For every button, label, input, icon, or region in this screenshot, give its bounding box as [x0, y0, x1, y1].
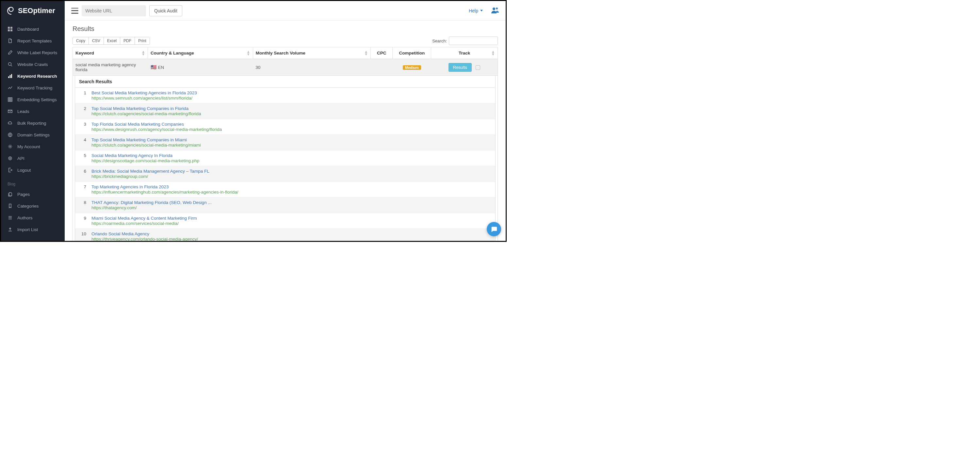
result-rank: 2 [80, 106, 86, 111]
edit-icon [8, 50, 13, 55]
result-title[interactable]: Brick Media: Social Media Management Age… [91, 169, 491, 174]
sidebar-item-my-account[interactable]: My Account [1, 141, 65, 152]
sidebar-item-label: My Account [18, 144, 40, 149]
result-title[interactable]: Miami Social Media Agency & Content Mark… [91, 216, 491, 221]
result-rank: 4 [80, 137, 86, 142]
track-checkbox[interactable] [476, 65, 480, 70]
sidebar-item-api[interactable]: API [1, 152, 65, 164]
export-print-button[interactable]: Print [135, 37, 150, 44]
col-msv[interactable]: Monthly Search Volume▲▼ [253, 47, 371, 59]
sidebar-item-keyword-research[interactable]: Keyword Research [1, 70, 65, 82]
col-track[interactable]: Track▲▼ [431, 47, 498, 59]
sidebar-item-leads[interactable]: Leads [1, 105, 65, 117]
result-title[interactable]: Orlando Social Media Agency [91, 232, 491, 236]
cell-lang: 🇺🇸EN [148, 59, 253, 76]
result-url[interactable]: https://www.semrush.com/agencies/list/sm… [91, 95, 491, 100]
sidebar-section-blog: Blog [1, 176, 65, 188]
search-results-title: Search Results [75, 76, 495, 88]
upload-icon [8, 227, 13, 232]
sidebar-item-label: Categories [18, 204, 38, 208]
flag-us-icon: 🇺🇸 [151, 64, 157, 70]
col-country-lang[interactable]: Country & Language▲▼ [148, 47, 253, 59]
export-excel-button[interactable]: Excel [104, 37, 120, 44]
export-buttons: CopyCSVExcelPDFPrint [73, 37, 150, 45]
sidebar-item-dashboard[interactable]: Dashboard [1, 23, 65, 35]
search-result-item: 10Orlando Social Media Agencyhttps://thr… [75, 229, 495, 241]
sidebar-item-logout[interactable]: Logout [1, 164, 65, 176]
result-url[interactable]: https://designscottage.com/social-media-… [91, 158, 491, 163]
search-input[interactable] [449, 37, 498, 45]
search-result-item: 8THAT Agency: Digital Marketing Florida … [75, 197, 495, 213]
sidebar-item-website-crawls[interactable]: Website Crawls [1, 59, 65, 70]
logo[interactable]: SEOptimer [1, 1, 65, 21]
menu-toggle-icon[interactable] [71, 8, 78, 14]
result-url[interactable]: https://roarmedia.com/services/social-me… [91, 221, 491, 226]
lines-icon [8, 215, 13, 220]
result-title[interactable]: Top Florida Social Media Marketing Compa… [91, 122, 491, 127]
sidebar-item-keyword-tracking[interactable]: Keyword Tracking [1, 82, 65, 94]
result-title[interactable]: Social Media Marketing Agency In Florida [91, 153, 491, 158]
sidebar: SEOptimer DashboardReport TemplatesWhite… [1, 1, 65, 241]
col-cpc[interactable]: CPC [371, 47, 393, 59]
sidebar-item-embedding-settings[interactable]: Embedding Settings [1, 94, 65, 105]
sidebar-item-label: Leads [18, 109, 29, 114]
col-competition[interactable]: Competition [393, 47, 431, 59]
result-url[interactable]: https://thatagency.com/ [91, 205, 491, 210]
results-table: Keyword▲▼ Country & Language▲▼ Monthly S… [73, 47, 498, 241]
sidebar-item-import-list[interactable]: Import List [1, 224, 65, 235]
result-rank: 7 [80, 184, 86, 189]
url-input[interactable] [82, 5, 146, 16]
sidebar-item-label: Keyword Tracking [18, 86, 52, 91]
sidebar-item-categories[interactable]: Categories [1, 200, 65, 212]
svg-point-14 [493, 8, 495, 10]
sidebar-item-label: Import List [18, 227, 38, 232]
cell-msv: 30 [253, 59, 371, 76]
result-url[interactable]: https://clutch.co/agencies/social-media-… [91, 143, 491, 148]
help-menu[interactable]: Help [469, 8, 483, 13]
svg-rect-1 [10, 27, 13, 29]
result-title[interactable]: Top Marketing Agencies in Florida 2023 [91, 184, 491, 189]
sidebar-item-label: Website Crawls [18, 62, 48, 67]
target-icon [8, 156, 13, 160]
result-rank: 3 [80, 122, 86, 127]
result-title[interactable]: Top Social Media Marketing Companies in … [91, 137, 491, 142]
export-pdf-button[interactable]: PDF [120, 37, 135, 44]
sidebar-item-bulk-reporting[interactable]: Bulk Reporting [1, 117, 65, 129]
page-title: Results [73, 25, 498, 33]
export-copy-button[interactable]: Copy [73, 37, 89, 44]
results-button[interactable]: Results [449, 63, 472, 72]
search-result-item: 2Top Social Media Marketing Companies in… [75, 103, 495, 119]
search-result-item: 3Top Florida Social Media Marketing Comp… [75, 119, 495, 135]
sidebar-item-white-label-reports[interactable]: White Label Reports [1, 47, 65, 59]
sidebar-item-label: White Label Reports [18, 50, 57, 55]
logout-icon [8, 168, 13, 172]
result-title[interactable]: Best Social Media Marketing Agencies in … [91, 91, 491, 95]
result-url[interactable]: https://www.designrush.com/agency/social… [91, 127, 491, 132]
sidebar-item-authors[interactable]: Authors [1, 212, 65, 224]
user-icon[interactable] [491, 7, 499, 14]
file-icon [8, 38, 13, 43]
chat-icon[interactable] [487, 222, 501, 236]
sidebar-item-label: Pages [18, 192, 30, 197]
svg-rect-3 [10, 29, 13, 31]
sidebar-item-pages[interactable]: Pages [1, 188, 65, 200]
svg-rect-8 [8, 98, 12, 102]
result-title[interactable]: Top Social Media Marketing Companies in … [91, 106, 491, 111]
result-url[interactable]: https://influencermarketinghub.com/agenc… [91, 190, 491, 195]
col-keyword[interactable]: Keyword▲▼ [73, 47, 148, 59]
chart-icon [8, 74, 13, 78]
result-url[interactable]: https://clutch.co/agencies/social-media-… [91, 111, 491, 116]
svg-point-12 [8, 157, 12, 160]
export-csv-button[interactable]: CSV [89, 37, 104, 44]
result-url[interactable]: https://thriveagency.com/orlando-social-… [91, 237, 491, 241]
sidebar-item-domain-settings[interactable]: Domain Settings [1, 129, 65, 141]
grid-icon [8, 97, 13, 102]
sidebar-item-report-templates[interactable]: Report Templates [1, 35, 65, 47]
result-url[interactable]: https://brickmediagroup.com/ [91, 174, 491, 179]
cell-cpc [371, 59, 393, 76]
gear-icon [8, 144, 13, 149]
result-title[interactable]: THAT Agency: Digital Marketing Florida (… [91, 200, 491, 205]
svg-rect-7 [11, 74, 12, 78]
quick-audit-button[interactable]: Quick Audit [149, 5, 182, 16]
svg-rect-6 [10, 75, 11, 78]
